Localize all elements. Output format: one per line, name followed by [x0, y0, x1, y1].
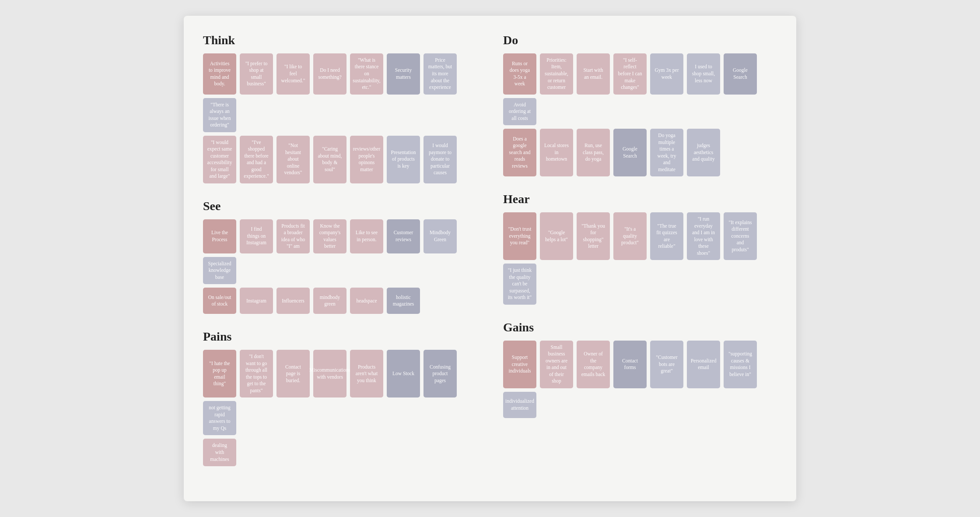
list-item: "Thank you for shopping" letter — [577, 212, 610, 260]
list-item: "Caring about mind, body & soul" — [313, 136, 346, 183]
list-item: Small business owners are in and out of … — [540, 341, 573, 388]
see-section: See Live the Process I find things on In… — [203, 199, 477, 314]
pains-section: Pains "I hate the pop up email thing" "I… — [203, 330, 477, 466]
empathy-map-board: Think Activities to improve mind and bod… — [184, 16, 796, 501]
see-title: See — [203, 199, 477, 213]
list-item: "Google helps a lot" — [540, 212, 573, 260]
list-item: "Customer bots are great" — [650, 341, 683, 388]
hear-title: Hear — [503, 192, 777, 206]
list-item: "I just think the quality can't be surpa… — [503, 264, 536, 305]
list-item: Run, use class pass, do yoga — [577, 129, 610, 176]
list-item: "I would expect same customer accessibil… — [203, 136, 236, 183]
see-row-2: On sale/out of stock Instagram Influence… — [203, 288, 477, 314]
list-item: Products aren't what you think — [350, 350, 383, 397]
list-item: not getting rapid answers to my Qs — [203, 401, 236, 435]
list-item: Do yoga multiple times a week, try and m… — [650, 129, 683, 176]
list-item: "I self-reflect before I can make change… — [613, 53, 647, 95]
list-item: Does a google search and reads reviews — [503, 129, 536, 176]
list-item: Start with an email. — [577, 53, 610, 95]
list-item: "I hate the pop up email thing" — [203, 350, 236, 397]
pains-title: Pains — [203, 330, 477, 344]
hear-section: Hear "Don't trust everything you read" "… — [503, 192, 777, 305]
list-item: judges aesthetics and quality — [687, 129, 720, 176]
list-item: "It explains different concerns and prod… — [724, 212, 757, 260]
do-row-2: Does a google search and reads reviews L… — [503, 129, 777, 176]
do-row-1: Runs or does yoga 3-5x a week Priorities… — [503, 53, 777, 125]
list-item: Instagram — [240, 288, 273, 314]
list-item: "It's a quality product" — [613, 212, 647, 260]
list-item: Google Search — [724, 53, 757, 95]
list-item: Contact forms — [613, 341, 647, 388]
list-item: Google Search — [613, 129, 647, 176]
list-item: "What is there stance on sustainability,… — [350, 53, 383, 95]
list-item: I find things on Instagram — [240, 219, 273, 253]
list-item: Like to see in person. — [350, 219, 383, 253]
gains-title: Gains — [503, 320, 777, 334]
list-item: Avoid ordering at all costs — [503, 98, 536, 126]
list-item: holistic magazines — [387, 288, 420, 314]
list-item: reviews/other people's opinons matter — [350, 136, 383, 183]
list-item: "I've shopped there before and had a goo… — [240, 136, 273, 183]
list-item: Products fit a broader idea of who "I" a… — [276, 219, 310, 253]
gains-section: Gains Support creative individuals Small… — [503, 320, 777, 418]
list-item: dealing with machines — [203, 439, 236, 466]
list-item: Know the company's values better — [313, 219, 346, 253]
list-item: Runs or does yoga 3-5x a week — [503, 53, 536, 95]
list-item: Live the Process — [203, 219, 236, 253]
list-item: "I don't want to go through all the tops… — [240, 350, 273, 397]
list-item: Mindbody Green — [424, 219, 457, 253]
list-item: Price matters, but its more about the ex… — [424, 53, 457, 95]
see-row-1: Live the Process I find things on Instag… — [203, 219, 477, 285]
list-item: I would paymore to donate to particular … — [424, 136, 457, 183]
list-item: headspace — [350, 288, 383, 314]
list-item: Priorities: Item, sustainable, or return… — [540, 53, 573, 95]
pains-row-2: dealing with machines — [203, 439, 477, 466]
list-item: Presentation of products is key — [387, 136, 420, 183]
list-item: "The true fit quizzes are reliable" — [650, 212, 683, 260]
list-item: mindbody green — [313, 288, 346, 314]
list-item: Contact page is buried. — [276, 350, 310, 397]
hear-row-1: "Don't trust everything you read" "Googl… — [503, 212, 777, 305]
list-item: "supporting causes & missions I believe … — [724, 341, 757, 388]
list-item: Low Stock — [387, 350, 420, 397]
list-item: Local stores in hometown — [540, 129, 573, 176]
think-title: Think — [203, 33, 477, 47]
list-item: On sale/out of stock — [203, 288, 236, 314]
list-item: Confusing product pages — [424, 350, 457, 397]
pains-row-1: "I hate the pop up email thing" "I don't… — [203, 350, 477, 435]
list-item: Activities to improve mind and body. — [203, 53, 236, 95]
list-item: Personalized email — [687, 341, 720, 388]
list-item: Specialized knowledge base — [203, 257, 236, 285]
list-item: "There is always an issue when ordering" — [203, 98, 236, 132]
think-row-1: Activities to improve mind and body. "I … — [203, 53, 477, 132]
list-item: Gym 3x per week — [650, 53, 683, 95]
do-section: Do Runs or does yoga 3-5x a week Priorit… — [503, 33, 777, 176]
list-item: Customer reviews — [387, 219, 420, 253]
list-item: Support creative individuals — [503, 341, 536, 388]
do-title: Do — [503, 33, 777, 47]
list-item: "I like to feel welcomed." — [276, 53, 310, 95]
think-row-2: "I would expect same customer accessibil… — [203, 136, 477, 183]
list-item: Influencers — [276, 288, 310, 314]
list-item: "Don't trust everything you read" — [503, 212, 536, 260]
think-section: Think Activities to improve mind and bod… — [203, 33, 477, 183]
list-item: I used to shop small, less now — [687, 53, 720, 95]
list-item: "I run everyday and I am in love with th… — [687, 212, 720, 260]
gains-row-1: Support creative individuals Small busin… — [503, 341, 777, 418]
list-item: Owner of the company emails back — [577, 341, 610, 388]
list-item: individualized attention — [503, 392, 536, 418]
list-item: Miscommunications with vendors — [313, 350, 346, 397]
list-item: "Not hesitant about online vendors" — [276, 136, 310, 183]
list-item: "I prefer to shop at small business" — [240, 53, 273, 95]
list-item: Security matters — [387, 53, 420, 95]
list-item: Do I need something? — [313, 53, 346, 95]
